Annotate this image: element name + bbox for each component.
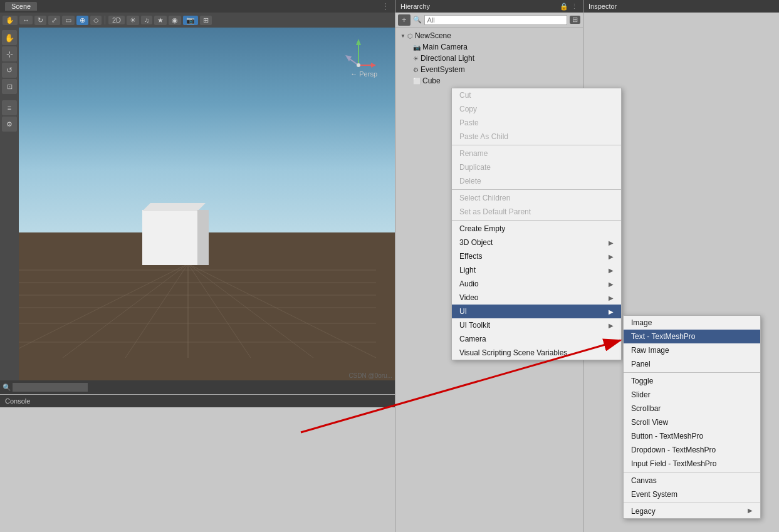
move-tool[interactable]: ↔ xyxy=(19,16,33,24)
gizmo-toggle[interactable]: ⊞ xyxy=(200,16,212,25)
svg-marker-16 xyxy=(371,63,376,68)
submenu-arrow-ui: ▶ xyxy=(609,308,614,315)
ctx-event-system[interactable]: Event System xyxy=(624,488,760,501)
settings-icon[interactable]: ⚙ xyxy=(2,117,17,132)
ctx-paste-as-child[interactable]: Paste As Child xyxy=(452,130,621,143)
hierarchy-header: Hierarchy 🔒 ⋮ xyxy=(395,0,583,13)
svg-line-7 xyxy=(63,264,188,358)
custom-tool[interactable]: ◇ xyxy=(90,16,102,25)
inspector-title: Inspector xyxy=(588,3,617,10)
ctx-duplicate[interactable]: Duplicate xyxy=(452,160,621,174)
gizmo-svg xyxy=(342,34,376,75)
ctx-image[interactable]: Image xyxy=(624,316,760,330)
ctx-input-textmeshpro[interactable]: Input Field - TextMeshPro xyxy=(624,457,760,471)
ctx-separator-1 xyxy=(452,145,621,145)
camera-toggle[interactable]: 📷 xyxy=(183,16,198,25)
toolbar-separator-1 xyxy=(105,16,105,24)
scene-tab[interactable]: Scene xyxy=(5,2,37,11)
scene-panel-header: Scene ⋮ xyxy=(0,0,395,13)
ctx-cut[interactable]: Cut xyxy=(452,88,621,102)
cube-front xyxy=(142,210,197,265)
ctx-visual-scripting[interactable]: Visual Scripting Scene Variables xyxy=(452,346,621,360)
ctx-light[interactable]: Light ▶ xyxy=(452,263,621,277)
ctx-toggle[interactable]: Toggle xyxy=(624,374,760,388)
submenu-arrow-uitoolkit: ▶ xyxy=(609,322,614,329)
ctx-copy[interactable]: Copy xyxy=(452,102,621,116)
light-toggle[interactable]: ☀ xyxy=(127,16,139,25)
hierarchy-scene-row[interactable]: ▼ ⬡ NewScene xyxy=(395,30,583,41)
svg-marker-18 xyxy=(345,55,352,61)
inspector-header: Inspector xyxy=(583,0,779,13)
2d-toggle[interactable]: 2D xyxy=(108,16,125,24)
ctx2-separator-3 xyxy=(624,503,760,503)
ctx-ui-toolkit[interactable]: UI Toolkit ▶ xyxy=(452,318,621,332)
ctx-delete[interactable]: Delete xyxy=(452,174,621,188)
hierarchy-lock-icon[interactable]: 🔒 xyxy=(560,3,568,11)
hierarchy-filter-btn[interactable]: ⊞ xyxy=(570,16,580,24)
scene-bottom-bar: 🔍 xyxy=(0,380,395,394)
camera-icon: 📷 xyxy=(413,44,421,51)
add-object-btn[interactable]: + xyxy=(398,14,410,26)
svg-line-11 xyxy=(188,264,313,358)
view-icon[interactable]: ⊡ xyxy=(2,79,17,94)
list-item[interactable]: ⬜ Cube xyxy=(395,75,583,86)
hierarchy-toolbar: + 🔍 ⊞ xyxy=(395,13,583,28)
ctx-paste[interactable]: Paste xyxy=(452,116,621,130)
cube-3d xyxy=(135,199,204,268)
ctx-3d-object[interactable]: 3D Object ▶ xyxy=(452,236,621,249)
rotate-tool[interactable]: ↻ xyxy=(34,16,46,25)
main-camera-label: Main Camera xyxy=(422,43,468,51)
ctx-select-children[interactable]: Select Children xyxy=(452,191,621,205)
list-item[interactable]: ☀ Directional Light xyxy=(395,53,583,64)
context-menu-ui-submenu: Image Text - TextMeshPro Raw Image Panel… xyxy=(623,315,761,519)
ctx-scrollbar[interactable]: Scrollbar xyxy=(624,402,760,415)
bottom-content xyxy=(0,407,395,532)
ctx-ui[interactable]: UI ▶ xyxy=(452,305,621,318)
ctx-camera[interactable]: Camera xyxy=(452,332,621,346)
ctx-create-empty[interactable]: Create Empty xyxy=(452,222,621,236)
audio-toggle[interactable]: ♫ xyxy=(141,16,152,24)
hierarchy-search-input[interactable] xyxy=(424,15,567,25)
submenu-arrow-video: ▶ xyxy=(609,295,614,301)
scene-panel: Scene ⋮ ✋ ↔ ↻ ⤢ ▭ ⊕ ◇ 2D ☀ ♫ ★ ◉ 📷 ⊞ xyxy=(0,0,395,532)
ctx-scroll-view[interactable]: Scroll View xyxy=(624,415,760,429)
ctx-set-default-parent[interactable]: Set as Default Parent xyxy=(452,205,621,219)
eventsystem-icon: ⚙ xyxy=(413,66,419,73)
move-icon[interactable]: ⊹ xyxy=(2,46,17,61)
list-item[interactable]: ⚙ EventSystem xyxy=(395,64,583,75)
ctx-panel[interactable]: Panel xyxy=(624,357,760,371)
ctx-text-textmeshpro[interactable]: Text - TextMeshPro xyxy=(624,330,760,343)
scale-tool[interactable]: ⤢ xyxy=(48,16,60,25)
hierarchy-menu-icon[interactable]: ⋮ xyxy=(571,3,578,11)
overlay-toggle[interactable]: ◉ xyxy=(169,16,181,25)
ctx-button-textmeshpro[interactable]: Button - TextMeshPro xyxy=(624,429,760,443)
scene-viewport[interactable]: ← Persp ✋ ⊹ ↺ ⊡ ≡ ⚙ CSDN @0oru... xyxy=(0,28,395,380)
hierarchy-search-icon: 🔍 xyxy=(413,16,422,24)
ctx-canvas[interactable]: Canvas xyxy=(624,474,760,488)
submenu-arrow-effects: ▶ xyxy=(609,253,614,260)
scene-icon: ⬡ xyxy=(407,33,413,39)
hand-tool[interactable]: ✋ xyxy=(3,16,18,25)
scene-name-label: NewScene xyxy=(415,31,451,40)
rotate-icon[interactable]: ↺ xyxy=(2,63,17,78)
ctx-legacy[interactable]: Legacy ▶ xyxy=(624,504,760,518)
ctx-audio[interactable]: Audio ▶ xyxy=(452,277,621,291)
submenu-arrow-light: ▶ xyxy=(609,267,614,274)
scene-panel-menu[interactable]: ⋮ xyxy=(381,1,390,11)
ctx-effects[interactable]: Effects ▶ xyxy=(452,249,621,263)
context-menu-main: Cut Copy Paste Paste As Child Rename Dup… xyxy=(451,88,622,360)
rect-tool[interactable]: ▭ xyxy=(62,16,75,25)
effect-toggle[interactable]: ★ xyxy=(154,16,167,25)
ctx-raw-image[interactable]: Raw Image xyxy=(624,343,760,357)
ctx-video[interactable]: Video ▶ xyxy=(452,291,621,305)
layer-icon[interactable]: ≡ xyxy=(2,100,17,115)
ctx2-separator-1 xyxy=(624,372,760,373)
transform-tool[interactable]: ⊕ xyxy=(76,16,88,25)
scene-search-input[interactable] xyxy=(13,383,88,392)
ctx-rename[interactable]: Rename xyxy=(452,147,621,160)
ctx-dropdown-textmeshpro[interactable]: Dropdown - TextMeshPro xyxy=(624,443,760,457)
list-item[interactable]: 📷 Main Camera xyxy=(395,41,583,53)
cube-right xyxy=(197,210,209,265)
pan-tool-icon[interactable]: ✋ xyxy=(2,30,17,45)
ctx-slider[interactable]: Slider xyxy=(624,388,760,402)
